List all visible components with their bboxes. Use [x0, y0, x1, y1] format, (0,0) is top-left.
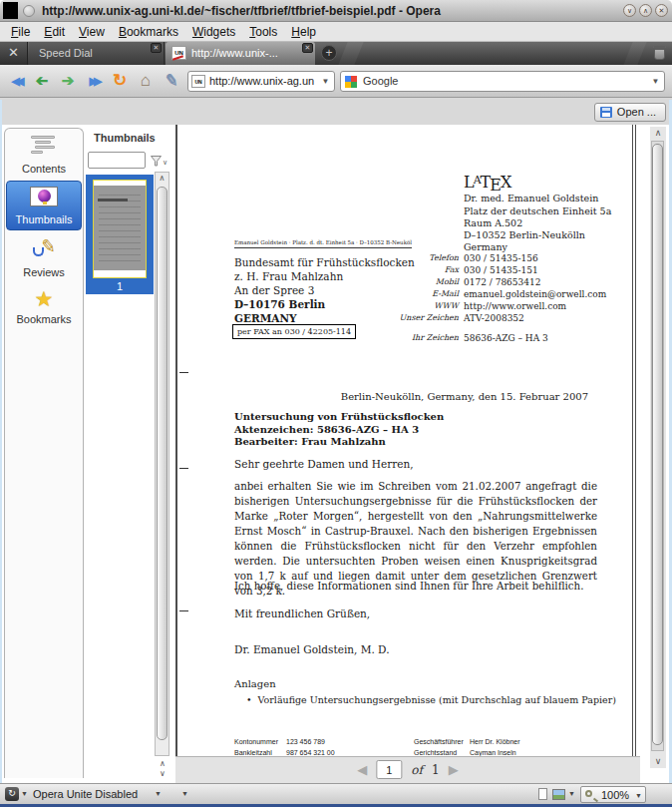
menu-widgets[interactable]: Widgets [185, 23, 242, 41]
scroll-up-icon[interactable]: ∧ [650, 127, 666, 140]
sidebar-item-label: Bookmarks [6, 313, 82, 325]
tab-bar: ✕ Speed Dial ✕ UN http://www.unix-... ✕ … [0, 42, 672, 65]
menu-bookmarks[interactable]: Bookmarks [112, 23, 185, 41]
pdf-page: LATEX Dr. med. Emanuel Goldstein Platz d… [175, 125, 636, 756]
thumbnails-search-input[interactable] [88, 152, 146, 169]
page-number-input[interactable] [376, 760, 402, 779]
fast-forward-button[interactable]: ▶▶ [82, 70, 106, 92]
address-bar[interactable]: UN http://www.unix-ag.un ▼ [187, 71, 335, 92]
tab-speed-dial[interactable]: Speed Dial ✕ [29, 42, 165, 65]
search-engine-label[interactable]: Google [363, 75, 398, 87]
chevron-down-icon[interactable]: ▼ [319, 75, 332, 88]
sender-return-address: Emanuel Goldstein · Platz. d. dt. Einhei… [234, 239, 412, 248]
zoom-control[interactable]: 100% ▼ [580, 786, 646, 803]
chevron-down-icon[interactable]: ▼ [635, 792, 642, 799]
scroll-up-icon[interactable]: ∧ [156, 173, 168, 185]
page-thumbnail-preview [93, 180, 147, 278]
chevron-down-icon[interactable]: ▼ [181, 790, 188, 797]
thumbnails-scrollbar[interactable]: ∧ [155, 172, 169, 756]
panels-toggle-button[interactable]: ✕ [0, 42, 28, 65]
favicon-underline [171, 46, 186, 60]
menu-file[interactable]: File [4, 23, 37, 41]
trash-icon-body [654, 49, 665, 60]
home-button[interactable]: ⌂ [134, 70, 158, 92]
opera-unite-status[interactable]: Opera Unite Disabled [33, 788, 138, 800]
letterhead-address: Platz der deutschen Einheit 5a Raum A.50… [464, 205, 611, 253]
window-controls: ∨ ∧ ✕ [623, 4, 668, 17]
address-url-text[interactable]: http://www.unix-ag.un [209, 75, 314, 87]
sidebar-item-contents[interactable]: Contents [6, 131, 82, 179]
navigation-toolbar: ◀◀ ➔ ➔ ▶▶ ↻ ⌂ ✎ UN http://www.unix-ag.un… [0, 65, 672, 98]
sidebar-item-label: Contents [6, 163, 82, 175]
latex-logo: LATEX [464, 173, 511, 192]
window-title: http://www.unix-ag.uni-kl.de/~fischer/tf… [42, 4, 441, 18]
search-field[interactable]: Google ▼ [340, 71, 665, 92]
menu-view[interactable]: View [72, 23, 112, 41]
next-page-button[interactable]: ▶ [449, 762, 459, 777]
page-scrollbar[interactable]: ∧ ∨ [650, 127, 666, 768]
note-button[interactable]: ✎ [159, 68, 185, 93]
menu-edit[interactable]: Edit [37, 23, 72, 41]
scrollbar-thumb[interactable] [157, 187, 168, 740]
open-button-label: Open ... [617, 106, 656, 118]
chevron-down-icon[interactable]: ▼ [649, 75, 662, 88]
scrollbar-thumb[interactable] [652, 144, 663, 745]
closed-tabs-trash-button[interactable] [653, 46, 667, 61]
recipient-address: Bundesamt für Frühstücksflocken z. H. Fr… [234, 255, 415, 325]
contents-icon [31, 136, 57, 156]
tab-bar-divider [338, 42, 363, 65]
rewind-button[interactable]: ◀◀ [4, 70, 28, 92]
menu-bar: File Edit View Bookmarks Widgets Tools H… [0, 22, 672, 42]
back-arrow-icon: ➔ [36, 72, 49, 89]
title-bar: http://www.unix-ag.uni-kl.de/~fischer/tf… [0, 0, 672, 22]
filter-button[interactable]: ∨ [150, 154, 169, 169]
page-thumbnail-selected[interactable]: 1 [86, 175, 154, 294]
sidebar-item-bookmarks[interactable]: ★ Bookmarks [6, 284, 82, 329]
pager-of-label: of [411, 763, 423, 777]
page-info-icon[interactable] [538, 788, 547, 800]
menu-tools[interactable]: Tools [242, 23, 284, 41]
scroll-down-icon[interactable]: ∨ [650, 755, 666, 768]
minimize-button[interactable]: ∨ [623, 4, 636, 17]
signature-name: Dr. Emanuel Goldstein, M. D. [234, 643, 390, 655]
close-icon[interactable]: ✕ [151, 43, 162, 53]
save-icon [600, 107, 612, 118]
close-button[interactable]: ✕ [655, 4, 668, 17]
sidebar-item-reviews[interactable]: ✎ Reviews [6, 232, 82, 282]
open-button[interactable]: Open ... [594, 103, 666, 122]
page-navigation-bar: ◀ of 1 ▶ [175, 756, 640, 783]
tab-current-page[interactable]: UN http://www.unix-... ✕ [166, 42, 315, 65]
chevron-down-icon[interactable]: ▼ [21, 790, 28, 797]
tab-label: Speed Dial [39, 47, 93, 59]
google-icon [345, 76, 357, 88]
window-border [0, 100, 2, 804]
tab-label: http://www.unix-... [191, 47, 278, 59]
window-menu-icon[interactable] [3, 2, 18, 19]
chevron-down-icon[interactable]: ▼ [155, 790, 162, 797]
maximize-button[interactable]: ∧ [639, 4, 652, 17]
opera-unite-icon[interactable]: ↻ [5, 787, 19, 801]
close-icon[interactable]: ✕ [302, 43, 313, 53]
chevron-down-icon[interactable]: ▼ [568, 790, 575, 797]
back-button[interactable]: ➔ [30, 70, 54, 92]
sidebar-item-thumbnails[interactable]: Thumbnails [6, 181, 82, 230]
thumbnails-scroll-buttons[interactable]: ∧∨ [155, 759, 170, 781]
zoom-level: 100% [601, 789, 629, 801]
enclosure-item: Vorläufige Untersuchungsergebnisse (mit … [246, 694, 616, 705]
date-line: Berlin-Neukölln, Germany, den 15. Februa… [341, 391, 588, 402]
images-toggle-icon[interactable] [552, 789, 565, 800]
rewind-icon: ◀◀ [12, 75, 21, 87]
fax-note-box: per FAX an 030 / 42205-114 [232, 324, 356, 339]
tab-bar-divider [623, 42, 646, 65]
new-tab-button[interactable]: + [321, 45, 337, 61]
menu-help[interactable]: Help [284, 23, 323, 41]
pencil-icon: ✎ [164, 71, 179, 90]
reload-button[interactable]: ↻ [108, 70, 132, 92]
enclosures-label: Anlagen [234, 678, 276, 689]
reviews-pencil-icon: ✎ [32, 237, 56, 259]
sidebar-item-label: Thumbnails [7, 213, 81, 225]
pdf-viewer: Contents Thumbnails ✎ Reviews ★ Bookmark… [0, 125, 672, 783]
forward-button[interactable]: ➔ [56, 70, 80, 92]
trash-icon [653, 46, 666, 48]
previous-page-button[interactable]: ◀ [357, 762, 367, 777]
